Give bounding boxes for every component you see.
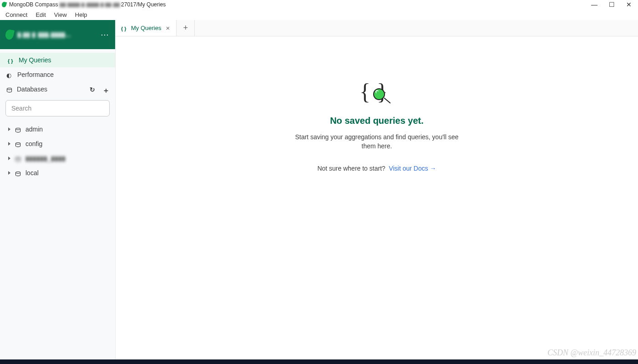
db-item-config[interactable]: config [0,136,115,151]
svg-point-4 [15,172,20,173]
sidebar-item-databases[interactable]: Databases [0,82,115,96]
magnifier-icon [373,88,385,100]
database-icon [15,156,21,161]
braces-icon [121,25,127,31]
chevron-right-icon [8,142,10,146]
db-label: ▮▮▮▮▮▮_▮▮▮▮ [25,155,66,162]
connection-menu-icon[interactable]: ⋯ [101,30,110,40]
db-tree: admin config ▮▮▮▮▮▮_▮▮▮▮ local [0,121,115,181]
new-tab-button[interactable]: + [177,20,195,36]
visit-docs-link[interactable]: Visit our Docs [389,165,436,172]
database-icon [6,87,12,92]
chevron-right-icon [8,127,10,131]
title-suffix: 27017/My Queries [121,1,166,8]
mongodb-leaf-icon [5,29,15,40]
window-title: MongoDB Compass ▮▮ ▮▮▮▮ ▮.▮▮▮▮ ▮ ▮▮.▮▮:2… [9,1,591,8]
menu-help[interactable]: Help [71,10,91,19]
db-label: local [25,169,39,177]
mongodb-leaf-icon [1,1,7,8]
main: My Queries × + { } No saved queries yet.… [116,20,638,359]
title-host: ▮▮ ▮▮▮▮ ▮.▮▮▮▮ ▮ ▮▮.▮▮: [60,1,121,8]
tabstrip: My Queries × + [116,20,638,36]
db-item-local[interactable]: local [0,166,115,180]
connection-header[interactable]: ▮.▮▮ ▮ ▮▮▮.▮▮▮▮... ⋯ [0,20,115,49]
sidebar-item-label: My Queries [19,56,51,64]
db-label: config [25,140,42,147]
database-icon [15,142,21,147]
database-icon [15,127,21,132]
window-titlebar: MongoDB Compass ▮▮ ▮▮▮▮ ▮.▮▮▮▮ ▮ ▮▮.▮▮:2… [0,0,638,9]
footer-bar [0,359,638,364]
minimize-button[interactable]: — [591,1,598,8]
empty-state-subtitle: Start saving your aggregations and find … [293,132,461,151]
menu-connect[interactable]: Connect [2,10,31,19]
docs-line: Not sure where to start? Visit our Docs [317,165,436,172]
sidebar: ▮.▮▮ ▮ ▮▮▮.▮▮▮▮... ⋯ My Queries Performa… [0,20,116,359]
chevron-right-icon [8,157,10,160]
chevron-right-icon [8,171,10,175]
gauge-icon [6,71,13,78]
watermark: CSDN @weixin_44728369 [547,348,636,358]
search-input[interactable] [5,100,110,116]
svg-point-3 [15,157,20,159]
svg-point-1 [15,128,20,130]
menu-view[interactable]: View [51,10,71,19]
docs-hint: Not sure where to start? [317,165,385,172]
braces-icon [8,57,14,63]
menu-edit[interactable]: Edit [32,10,49,19]
database-icon [15,171,21,176]
tab-label: My Queries [131,25,161,31]
tab-close-icon[interactable]: × [165,24,171,32]
sidebar-item-my-queries[interactable]: My Queries [0,53,115,67]
menubar: Connect Edit View Help [0,9,638,20]
db-item-hidden[interactable]: ▮▮▮▮▮▮_▮▮▮▮ [0,151,115,166]
close-button[interactable]: ✕ [625,1,633,8]
tab-my-queries[interactable]: My Queries × [116,20,177,36]
svg-point-0 [7,88,11,90]
sidebar-item-performance[interactable]: Performance [0,67,115,82]
create-database-icon[interactable] [102,86,109,92]
window-controls: — ☐ ✕ [591,1,636,8]
refresh-icon[interactable] [90,86,96,92]
db-label: admin [25,126,43,133]
empty-state-title: No saved queries yet. [330,116,424,126]
svg-point-2 [15,142,20,144]
sidebar-item-label: Performance [17,71,54,78]
my-queries-content: { } No saved queries yet. Start saving y… [116,36,638,359]
db-item-admin[interactable]: admin [0,122,115,136]
title-prefix: MongoDB Compass [9,1,58,8]
search-wrap [0,96,115,121]
maximize-button[interactable]: ☐ [608,1,615,8]
sidebar-item-label: Databases [17,86,47,93]
connection-name: ▮.▮▮ ▮ ▮▮▮.▮▮▮▮... [17,30,97,39]
empty-state-illustration: { } [360,82,393,107]
